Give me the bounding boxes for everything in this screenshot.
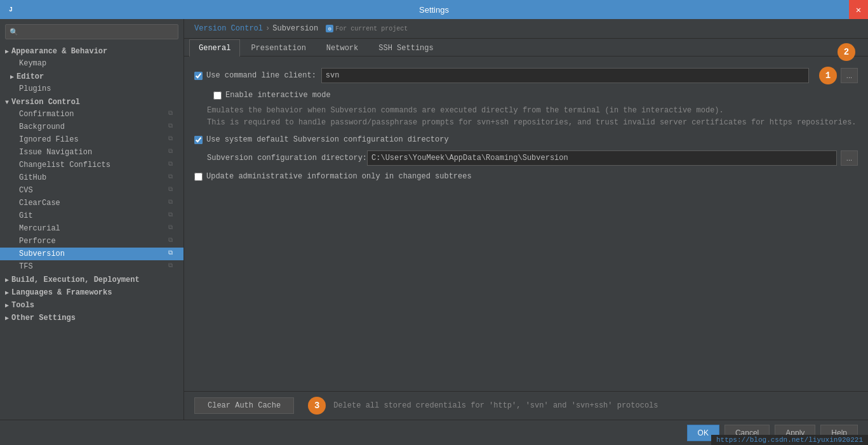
copy-icon: ⧉	[168, 186, 177, 195]
sidebar-item-other-settings[interactable]: ▶ Other Settings	[0, 311, 184, 324]
interactive-mode-label[interactable]: Enable interactive mode	[213, 91, 331, 100]
copy-icon: ⧉	[168, 135, 177, 144]
sidebar-item-appearance-behavior[interactable]: ▶ Appearance & Behavior	[0, 44, 184, 57]
label: GitHub	[19, 173, 46, 182]
label: Git	[19, 211, 33, 220]
settings-content: Use command line client: 1 ... Enable in…	[184, 56, 868, 391]
tab-presentation[interactable]: Presentation	[241, 39, 315, 56]
help-badge-2: 2	[838, 43, 855, 61]
sidebar-item-build[interactable]: ▶ Build, Execution, Deployment	[0, 273, 184, 286]
update-admin-checkbox[interactable]	[194, 173, 203, 181]
main-layout: 🔍 ▶ Appearance & Behavior Keymap ▶ Edito…	[0, 19, 868, 420]
sidebar-item-keymap[interactable]: Keymap	[0, 57, 184, 70]
sidebar-item-background[interactable]: Background ⧉	[0, 121, 184, 133]
sidebar-item-plugins[interactable]: Plugins	[0, 83, 184, 95]
sidebar-item-issue-navigation[interactable]: Issue Navigation ⧉	[0, 146, 184, 159]
copy-icon: ⧉	[168, 123, 177, 131]
tab-general[interactable]: General	[189, 39, 240, 56]
label: Changelist Conflicts	[19, 161, 110, 169]
close-button[interactable]: ✕	[849, 0, 868, 19]
sidebar-item-github[interactable]: GitHub ⧉	[0, 171, 184, 184]
title-bar: J Settings ✕	[0, 0, 868, 19]
breadcrumb: Version Control › Subversion ⚙ For curre…	[184, 19, 868, 39]
copy-icon: ⧉	[168, 173, 177, 182]
interactive-mode-text: Enable interactive mode	[225, 91, 331, 100]
app-icon: J	[5, 4, 17, 15]
system-default-label[interactable]: Use system default Subversion configurat…	[194, 135, 449, 144]
search-icon: 🔍	[10, 28, 18, 36]
copy-icon: ⧉	[168, 199, 177, 208]
sidebar-group-label-tools: Tools	[11, 301, 34, 310]
sidebar-item-clearcase[interactable]: ClearCase ⧉	[0, 197, 184, 209]
sidebar-item-subversion[interactable]: Subversion ⧉	[0, 248, 184, 260]
window-title: Settings	[419, 5, 449, 15]
expand-arrow-other: ▶	[5, 314, 9, 322]
copy-icon: ⧉	[168, 110, 177, 119]
interactive-mode-checkbox[interactable]	[213, 91, 222, 100]
sidebar-item-git[interactable]: Git ⧉	[0, 209, 184, 222]
sidebar-item-changelist-conflicts[interactable]: Changelist Conflicts ⧉	[0, 159, 184, 171]
search-input[interactable]	[21, 27, 174, 36]
update-admin-row: Update administrative information only i…	[194, 172, 858, 181]
sidebar-item-ignored-files[interactable]: Ignored Files ⧉	[0, 133, 184, 146]
badge-3: 3	[308, 397, 326, 415]
sidebar-child-label: Keymap	[19, 59, 46, 68]
sidebar-item-version-control[interactable]: ▼ Version Control	[0, 95, 184, 108]
update-admin-text: Update administrative information only i…	[206, 172, 472, 181]
expand-arrow-build: ▶	[5, 276, 9, 284]
expand-arrow: ▶	[5, 48, 9, 55]
system-default-text: Use system default Subversion configurat…	[206, 135, 449, 144]
sidebar-group-label: Appearance & Behavior	[11, 47, 107, 56]
clear-cache-description: Delete all stored credentials for 'http'…	[333, 401, 658, 410]
expand-arrow-vc: ▼	[5, 99, 9, 106]
label: Background	[19, 123, 65, 131]
label: Perforce	[19, 237, 56, 246]
use-cmd-client-label[interactable]: Use command line client:	[194, 71, 316, 80]
project-badge: ⚙ For current project	[326, 25, 408, 32]
label: Mercurial	[19, 224, 60, 233]
tab-ssh-settings[interactable]: SSH Settings	[369, 39, 443, 56]
copy-icon: ⧉	[168, 161, 177, 169]
sidebar-item-mercurial[interactable]: Mercurial ⧉	[0, 222, 184, 235]
sidebar-item-tools[interactable]: ▶ Tools	[0, 298, 184, 311]
use-cmd-client-checkbox[interactable]	[194, 72, 203, 80]
sidebar-item-confirmation[interactable]: Confirmation ⧉	[0, 108, 184, 121]
config-dir-label: Subversion configuration directory:	[207, 154, 367, 163]
search-box[interactable]: 🔍	[5, 24, 178, 39]
system-default-checkbox[interactable]	[194, 136, 203, 144]
settings-content-area: Use command line client: 1 ... Enable in…	[184, 56, 868, 420]
breadcrumb-current: Subversion	[272, 24, 318, 33]
copy-icon: ⧉	[168, 262, 177, 271]
clear-auth-cache-button[interactable]: Clear Auth Cache	[194, 397, 294, 414]
expand-arrow-editor: ▶	[10, 73, 14, 81]
sidebar-item-languages[interactable]: ▶ Languages & Frameworks	[0, 286, 184, 298]
sidebar-group-label-editor: Editor	[17, 72, 44, 81]
label: CVS	[19, 186, 33, 195]
sidebar-item-perforce[interactable]: Perforce ⧉	[0, 235, 184, 248]
sidebar-group-label-other: Other Settings	[11, 314, 76, 322]
project-badge-text: For current project	[335, 25, 408, 32]
config-dir-input[interactable]	[367, 150, 837, 166]
content-wrapper: 2 Version Control › Subversion ⚙ For cur…	[184, 19, 868, 420]
cmd-client-row: Use command line client: 1 ...	[194, 67, 858, 84]
tab-bar: General Presentation Network SSH Setting…	[184, 39, 868, 56]
sidebar-item-cvs[interactable]: CVS ⧉	[0, 184, 184, 197]
copy-icon: ⧉	[168, 211, 177, 220]
use-cmd-client-text: Use command line client:	[206, 71, 316, 80]
label: TFS	[19, 262, 33, 271]
clear-cache-area: Clear Auth Cache 3 Delete all stored cre…	[184, 391, 868, 420]
sidebar-item-editor[interactable]: ▶ Editor	[0, 70, 184, 83]
project-icon: ⚙	[326, 25, 333, 32]
svn-client-input[interactable]	[321, 68, 809, 83]
copy-icon: ⧉	[168, 224, 177, 233]
sidebar-item-tfs[interactable]: TFS ⧉	[0, 260, 184, 273]
expand-arrow-tools: ▶	[5, 302, 9, 309]
label: Issue Navigation	[19, 148, 92, 157]
tab-network[interactable]: Network	[317, 39, 368, 56]
copy-icon: ⧉	[168, 237, 177, 246]
browse-button-1[interactable]: ...	[841, 68, 858, 83]
label: Subversion	[19, 249, 65, 258]
browse-button-2[interactable]: ...	[841, 150, 858, 166]
update-admin-label[interactable]: Update administrative information only i…	[194, 172, 472, 181]
label: Confirmation	[19, 110, 74, 119]
